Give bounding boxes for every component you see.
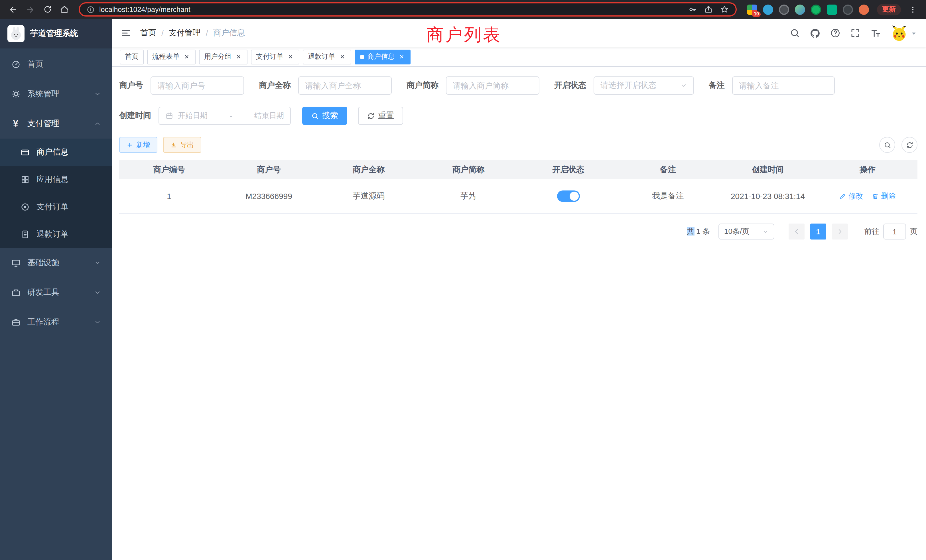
merchant-no-input[interactable] (157, 81, 237, 90)
delete-link[interactable]: 删除 (872, 191, 896, 201)
trash-icon (872, 193, 879, 200)
pagination-goto: 前往 页 (864, 224, 917, 239)
column-header: 备注 (618, 165, 718, 175)
home-icon[interactable] (57, 2, 72, 17)
export-button[interactable]: 导出 (163, 137, 201, 153)
forward-icon[interactable] (23, 2, 38, 17)
page-number-1[interactable]: 1 (810, 224, 826, 239)
sidebar-item-infra[interactable]: 基础设施 (0, 248, 112, 278)
logo-rabbit-image (8, 25, 24, 42)
extension-icon[interactable]: 10 (747, 4, 757, 15)
sidebar-item-app-info[interactable]: 应用信息 (0, 166, 112, 193)
browser-menu-icon[interactable] (905, 2, 920, 17)
extension-icon[interactable] (859, 4, 869, 15)
extension-icon[interactable] (763, 4, 773, 15)
sidebar-item-label: 工作流程 (27, 317, 59, 327)
extension-icon[interactable] (779, 4, 789, 15)
address-bar-actions (688, 5, 729, 14)
bookmark-star-icon[interactable] (720, 5, 729, 14)
app-logo[interactable]: 芋道管理系统 (0, 19, 112, 48)
site-info-icon[interactable] (87, 5, 95, 14)
merchant-table: 商户编号 商户号 商户全称 商户简称 开启状态 备注 创建时间 操作 1 M23… (119, 160, 917, 214)
sidebar-item-label: 支付订单 (36, 202, 68, 212)
payment-submenu: 商户信息 应用信息 支付订单 (0, 139, 112, 248)
caret-down-icon (911, 30, 917, 36)
close-icon[interactable] (183, 53, 191, 61)
close-icon[interactable] (286, 53, 294, 61)
filter-remark: 备注 (709, 76, 835, 95)
share-icon[interactable] (704, 5, 713, 14)
next-page-button[interactable] (832, 224, 848, 239)
back-icon[interactable] (6, 2, 21, 17)
help-icon[interactable] (830, 28, 840, 38)
briefcase-icon (11, 317, 21, 327)
reset-button[interactable]: 重置 (358, 107, 403, 125)
filter-label: 商户简称 (407, 80, 439, 91)
edit-link[interactable]: 修改 (839, 191, 863, 201)
sidebar-item-pay-order[interactable]: 支付订单 (0, 193, 112, 221)
refresh-table-button[interactable] (902, 137, 917, 153)
prev-page-button[interactable] (788, 224, 805, 239)
fullscreen-icon[interactable] (850, 28, 861, 38)
tab-merchant-info[interactable]: 商户信息 (355, 49, 410, 64)
page: 芋道管理系统 首页 系统管理 (0, 19, 926, 560)
sidebar-item-payment[interactable]: ¥ 支付管理 (0, 109, 112, 139)
extension-icon[interactable] (843, 4, 853, 15)
sidebar-item-workflow[interactable]: 工作流程 (0, 307, 112, 337)
goto-page-input[interactable] (883, 224, 906, 239)
sidebar-toggle-icon[interactable] (121, 28, 131, 38)
filter-label: 备注 (709, 80, 725, 91)
full-name-input[interactable] (305, 81, 385, 90)
font-size-icon[interactable] (870, 28, 881, 38)
breadcrumb-home[interactable]: 首页 (140, 28, 156, 38)
pagination-total-prefix: 共 (687, 227, 694, 236)
tab-label: 商户信息 (367, 52, 395, 62)
refresh-icon (367, 112, 375, 120)
plus-icon (127, 142, 133, 148)
close-icon[interactable] (235, 53, 242, 61)
avatar[interactable] (891, 24, 908, 42)
short-name-input[interactable] (453, 81, 533, 90)
address-bar[interactable]: localhost:1024/pay/merchant (79, 2, 737, 17)
tab-home[interactable]: 首页 (120, 49, 144, 64)
tab-pay-order[interactable]: 支付订单 (251, 49, 300, 64)
breadcrumb-section[interactable]: 支付管理 (169, 28, 201, 38)
add-button[interactable]: 新增 (119, 137, 157, 153)
url-text: localhost:1024/pay/merchant (99, 5, 684, 14)
sidebar-item-refund-order[interactable]: 退款订单 (0, 221, 112, 248)
reload-icon[interactable] (40, 2, 55, 17)
chevron-down-icon (94, 91, 101, 97)
tab-label: 流程表单 (152, 52, 180, 62)
chevron-down-icon (763, 229, 769, 235)
close-icon[interactable] (398, 53, 406, 61)
tab-process-form[interactable]: 流程表单 (147, 49, 195, 64)
column-header: 创建时间 (718, 165, 818, 175)
tab-refund-order[interactable]: 退款订单 (303, 49, 351, 64)
browser-update-button[interactable]: 更新 (877, 4, 901, 15)
sidebar-item-merchant-info[interactable]: 商户信息 (0, 139, 112, 166)
date-range-picker[interactable]: 开始日期 - 结束日期 (159, 107, 291, 125)
chevron-down-icon (680, 82, 687, 89)
yen-icon: ¥ (11, 119, 21, 129)
cell-status (518, 191, 618, 202)
search-button[interactable]: 搜索 (302, 107, 347, 125)
sidebar-item-home[interactable]: 首页 (0, 50, 112, 79)
status-select[interactable]: 请选择开启状态 (593, 76, 694, 95)
github-icon[interactable] (809, 28, 820, 38)
sidebar-item-system[interactable]: 系统管理 (0, 79, 112, 109)
page-size-select[interactable]: 10条/页 (719, 224, 774, 239)
remark-input[interactable] (739, 81, 828, 90)
sidebar-item-dev-tools[interactable]: 研发工具 (0, 278, 112, 307)
extension-icon[interactable] (811, 4, 821, 15)
pagination-total-count: 1 (696, 227, 700, 236)
extension-icon[interactable] (827, 4, 837, 15)
user-menu[interactable] (891, 24, 917, 42)
tab-user-group[interactable]: 用户分组 (199, 49, 247, 64)
extension-icon[interactable] (795, 4, 805, 15)
close-icon[interactable] (338, 53, 346, 61)
search-icon[interactable] (790, 28, 800, 38)
password-key-icon[interactable] (688, 5, 697, 14)
goto-label: 前往 (864, 226, 879, 237)
status-toggle[interactable] (557, 191, 580, 202)
hide-search-button[interactable] (879, 137, 895, 153)
